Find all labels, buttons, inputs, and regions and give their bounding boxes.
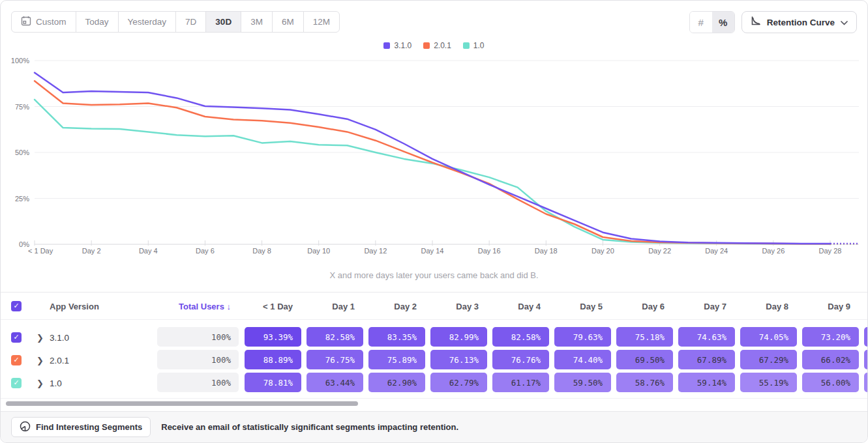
retention-cell-day-3[interactable]: 76.13% <box>430 350 487 369</box>
svg-text:Day 6: Day 6 <box>196 247 215 255</box>
svg-text:Day 12: Day 12 <box>364 247 387 255</box>
find-segments-label: Find Interesting Segments <box>36 422 142 432</box>
retention-cell-day-9[interactable]: 73.20% <box>802 327 859 347</box>
retention-report: CustomTodayYesterday7D30D3M6M12M # % Ret… <box>0 0 868 443</box>
expand-chevron-icon[interactable]: ❯ <box>37 378 44 388</box>
retention-cell-day-7[interactable]: 74.63% <box>678 327 735 347</box>
retention-cell-day-9[interactable]: 56.00% <box>802 373 859 392</box>
column-header-day-7: Day 7 <box>678 293 735 320</box>
retention-cell-day-1[interactable]: 63.44% <box>307 373 363 392</box>
date-range-6m[interactable]: 6M <box>272 11 304 33</box>
date-range-custom[interactable]: Custom <box>11 11 76 33</box>
column-header-day-6: Day 6 <box>616 293 673 320</box>
app-version-label: 1.0 <box>50 378 62 388</box>
select-all-checkbox[interactable]: ✓ <box>11 301 22 311</box>
column-header-day-5: Day 5 <box>554 293 611 320</box>
chart-legend: 3.1.02.0.11.0 <box>1 41 867 50</box>
svg-text:Day 18: Day 18 <box>535 247 558 255</box>
table-row-1.0: ✓❯1.0100%78.81%63.44%62.90%62.79%61.17%5… <box>1 371 867 394</box>
row-checkbox[interactable]: ✓ <box>11 355 22 365</box>
svg-text:Day 20: Day 20 <box>591 247 614 255</box>
retention-cell-day-2[interactable]: 83.35% <box>368 327 425 347</box>
date-range-yesterday[interactable]: Yesterday <box>118 11 177 33</box>
retention-curve-icon <box>751 16 761 29</box>
legend-swatch <box>423 42 430 49</box>
retention-cell-day-2[interactable]: 75.89% <box>368 350 425 369</box>
legend-item-1.0[interactable]: 1.0 <box>463 41 485 50</box>
retention-cell-day-8[interactable]: 74.05% <box>740 327 797 347</box>
svg-text:25%: 25% <box>15 195 29 203</box>
svg-text:Day 2: Day 2 <box>82 247 101 255</box>
retention-cell-clipped[interactable] <box>864 373 868 392</box>
retention-cell-day-5[interactable]: 74.40% <box>554 350 611 369</box>
retention-cell-clipped[interactable] <box>864 350 868 369</box>
retention-cell-day-4[interactable]: 82.58% <box>492 327 549 347</box>
number-mode-button[interactable]: # <box>690 12 712 33</box>
legend-item-3.1.0[interactable]: 3.1.0 <box>383 41 412 50</box>
retention-cell-day-0[interactable]: 78.81% <box>245 373 301 392</box>
row-checkbox[interactable]: ✓ <box>11 378 22 388</box>
total-users-cell: 100% <box>157 350 239 369</box>
retention-cell-day-8[interactable]: 55.19% <box>740 373 797 392</box>
find-interesting-segments-button[interactable]: Find Interesting Segments <box>11 417 151 437</box>
retention-line-chart[interactable]: 0%25%50%75%100%< 1 DayDay 2Day 4Day 6Day… <box>1 53 868 256</box>
date-range-label: Custom <box>36 17 67 27</box>
date-range-label: 30D <box>215 17 232 27</box>
retention-cell-day-6[interactable]: 75.18% <box>616 327 673 347</box>
retention-cell-day-5[interactable]: 59.50% <box>554 373 611 392</box>
retention-cell-day-2[interactable]: 62.90% <box>368 373 425 392</box>
percent-mode-button[interactable]: % <box>712 12 734 33</box>
horizontal-scrollbar <box>1 398 867 411</box>
total-users-cell: 100% <box>157 373 239 392</box>
retention-cell-day-1[interactable]: 76.75% <box>307 350 363 369</box>
retention-cell-day-0[interactable]: 93.39% <box>245 327 301 347</box>
expand-chevron-icon[interactable]: ❯ <box>37 355 44 365</box>
date-range-7d[interactable]: 7D <box>175 11 206 33</box>
legend-swatch <box>463 42 470 49</box>
chart-type-label: Retention Curve <box>767 18 835 27</box>
column-header-day-3: Day 3 <box>430 293 487 320</box>
retention-cell-day-6[interactable]: 69.50% <box>616 350 673 369</box>
row-checkbox[interactable]: ✓ <box>11 332 22 343</box>
svg-text:100%: 100% <box>11 57 29 64</box>
expand-chevron-icon[interactable]: ❯ <box>37 332 44 342</box>
legend-item-2.0.1[interactable]: 2.0.1 <box>423 41 451 50</box>
chart-caption: X and more days later your users came ba… <box>1 270 867 280</box>
date-range-12m[interactable]: 12M <box>303 11 340 33</box>
date-range-today[interactable]: Today <box>76 11 119 33</box>
retention-cell-day-8[interactable]: 67.29% <box>740 350 797 369</box>
retention-cell-day-1[interactable]: 82.58% <box>307 327 363 347</box>
column-header-day-8: Day 8 <box>740 293 797 320</box>
retention-table: ✓ App Version Total Users ↓ < 1 DayDay 1… <box>1 292 867 398</box>
column-header-day-0: < 1 Day <box>245 293 301 320</box>
chart-type-dropdown[interactable]: Retention Curve <box>741 11 857 33</box>
retention-cell-day-6[interactable]: 58.76% <box>616 373 673 392</box>
segment-circle-icon <box>20 421 31 434</box>
retention-cell-day-4[interactable]: 61.17% <box>492 373 549 392</box>
column-header-app-version: App Version <box>50 293 99 320</box>
svg-text:< 1 Day: < 1 Day <box>28 247 53 255</box>
svg-text:50%: 50% <box>15 149 29 156</box>
svg-text:75%: 75% <box>15 103 29 111</box>
retention-cell-day-0[interactable]: 88.89% <box>245 350 301 369</box>
column-header-day-2: Day 2 <box>368 293 425 320</box>
retention-cell-clipped[interactable] <box>864 327 868 347</box>
retention-cell-day-7[interactable]: 59.14% <box>678 373 735 392</box>
column-header-total-users[interactable]: Total Users ↓ <box>157 293 231 320</box>
date-range-30d[interactable]: 30D <box>205 11 241 33</box>
retention-cell-day-3[interactable]: 62.79% <box>430 373 487 392</box>
date-range-3m[interactable]: 3M <box>241 11 273 33</box>
retention-cell-day-9[interactable]: 66.02% <box>802 350 859 369</box>
app-version-label: 3.1.0 <box>50 332 69 342</box>
table-header-row: ✓ App Version Total Users ↓ < 1 DayDay 1… <box>1 293 867 320</box>
scrollbar-thumb[interactable] <box>6 401 358 406</box>
legend-label: 3.1.0 <box>394 41 412 50</box>
value-mode-toggle: # % <box>689 11 735 33</box>
footer-message: Receive an email of statistically signif… <box>161 422 458 432</box>
date-range-label: 6M <box>282 17 294 27</box>
retention-cell-day-3[interactable]: 82.99% <box>430 327 487 347</box>
retention-cell-day-4[interactable]: 76.76% <box>492 350 549 369</box>
table-row-3.1.0: ✓❯3.1.0100%93.39%82.58%83.35%82.99%82.58… <box>1 326 867 349</box>
retention-cell-day-7[interactable]: 67.89% <box>678 350 735 369</box>
retention-cell-day-5[interactable]: 79.63% <box>554 327 611 347</box>
